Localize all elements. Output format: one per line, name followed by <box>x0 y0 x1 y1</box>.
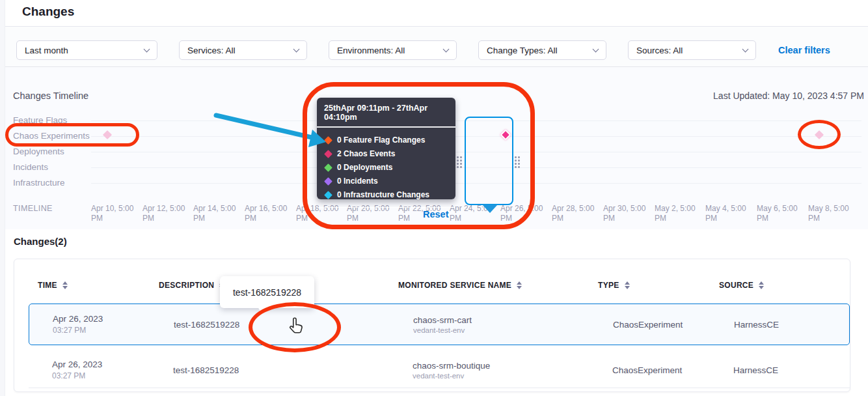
sort-icon[interactable] <box>625 281 630 290</box>
timeline-row-deployments: Deployments <box>13 147 64 156</box>
sources-value: Sources: All <box>636 46 683 55</box>
time-range-dropdown[interactable]: Last month <box>16 40 157 60</box>
axis-tick: May 2, 5:00PM <box>655 204 704 223</box>
sort-icon[interactable] <box>517 281 522 290</box>
tooltip-divider <box>317 207 455 208</box>
axis-tick: May 4, 5:00PM <box>705 204 755 223</box>
tooltip-item-deployments: 0 Deployments <box>324 161 448 175</box>
reset-link[interactable]: Reset <box>423 209 449 219</box>
chaos-event-marker[interactable] <box>815 130 824 139</box>
left-gutter <box>0 0 5 396</box>
deployment-diamond-icon <box>324 163 332 172</box>
cell-type: ChaosExperiment <box>612 365 682 375</box>
axis-tick: Apr 10, 5:00PM <box>91 204 141 223</box>
timeline-row-infrastructure: Infrastructure <box>13 178 65 188</box>
changes-count-title: Changes(2) <box>14 236 67 247</box>
selection-left-handle[interactable] <box>457 156 462 168</box>
tooltip-item-infrastructure: 0 Infrastructure Changes <box>324 188 448 202</box>
selection-right-handle[interactable] <box>515 156 520 168</box>
clear-filters-link[interactable]: Clear filters <box>778 45 830 55</box>
sources-dropdown[interactable]: Sources: All <box>628 40 756 60</box>
axis-tick: May 8, 5:00PM <box>808 204 858 223</box>
changes-timeline-section: Changes Timeline Last Updated: May 10, 2… <box>5 67 868 229</box>
timeline-row-incidents: Incidents <box>13 162 48 172</box>
axis-tick: Apr 30, 5:00PM <box>603 204 653 223</box>
chaos-event-diamond-icon <box>324 150 332 158</box>
cell-source: HarnessCE <box>734 320 779 330</box>
services-dropdown[interactable]: Services: All <box>179 40 307 60</box>
timeline-axis-label: TIMELINE <box>13 204 53 213</box>
page-title: Changes <box>22 5 74 19</box>
cell-monitored-service: chaos-srm-boutiquevedant-test-env <box>413 360 490 379</box>
changes-page: Changes Last month Services: All Environ… <box>0 0 868 396</box>
services-value: Services: All <box>187 46 236 55</box>
change-types-dropdown[interactable]: Change Types: All <box>478 40 606 60</box>
timeline-row-feature-flags: Feature Flags <box>13 115 67 125</box>
cell-time: Apr 26, 202303:27 PM <box>53 314 103 335</box>
cell-source: HarnessCE <box>733 365 778 375</box>
tooltip-time-range: 25thApr 09:11pm - 27thApr 04:10pm <box>317 98 455 126</box>
chaos-event-marker[interactable] <box>103 130 112 139</box>
column-header-description[interactable]: DESCRIPTION <box>159 281 224 290</box>
chevron-down-icon <box>593 46 599 53</box>
environments-value: Environments: All <box>337 46 405 55</box>
incident-diamond-icon <box>324 177 332 186</box>
column-header-type[interactable]: TYPE <box>598 281 630 290</box>
chevron-down-icon <box>293 46 300 53</box>
axis-tick: Apr 28, 5:00PM <box>552 204 601 223</box>
feature-flag-diamond-icon <box>324 136 332 145</box>
timeline-title: Changes Timeline <box>13 91 88 101</box>
timeline-summary-tooltip: 25thApr 09:11pm - 27thApr 04:10pm 0 Feat… <box>317 98 455 199</box>
tooltip-item-chaos-events: 2 Chaos Events <box>324 147 448 161</box>
chevron-down-icon <box>742 46 749 53</box>
column-header-source[interactable]: SOURCE <box>719 281 764 290</box>
table-row[interactable]: Apr 26, 202303:27 PM test-1682519228 cha… <box>29 352 850 388</box>
axis-tick: Apr 26, 5:00PM <box>500 204 550 223</box>
tooltip-item-feature-flags: 0 Feature Flag Changes <box>324 134 448 147</box>
tooltip-item-incidents: 0 Incidents <box>324 175 448 188</box>
infrastructure-diamond-icon <box>324 191 332 199</box>
axis-tick: Apr 16, 5:00PM <box>245 204 294 223</box>
sort-icon[interactable] <box>759 281 764 290</box>
cell-description: test-1682519228 <box>174 320 239 330</box>
table-row[interactable]: Apr 26, 202303:27 PM test-1682519228 cha… <box>29 304 850 345</box>
column-header-monitored-service[interactable]: MONITORED SERVICE NAME <box>398 281 522 290</box>
chevron-down-icon <box>443 46 450 53</box>
timeline-row-chaos-experiments: Chaos Experiments <box>13 131 90 141</box>
cell-time: Apr 26, 202303:27 PM <box>52 360 102 380</box>
cell-monitored-service: chaos-srm-cartvedant-test-env <box>413 315 472 334</box>
axis-tick: May 6, 5:00PM <box>757 204 806 223</box>
axis-tick: Apr 12, 5:00PM <box>142 204 192 223</box>
description-hover-tooltip: test-1682519228 <box>220 276 314 308</box>
column-header-time[interactable]: TIME <box>38 281 68 290</box>
chevron-down-icon <box>144 46 150 53</box>
page-header: Changes <box>5 0 868 27</box>
sort-icon[interactable] <box>62 281 68 290</box>
tooltip-caret-icon <box>258 307 269 315</box>
cell-description: test-1682519228 <box>173 365 239 375</box>
cell-type: ChaosExperiment <box>613 320 683 330</box>
environments-dropdown[interactable]: Environments: All <box>329 40 457 60</box>
change-types-value: Change Types: All <box>487 46 558 55</box>
time-range-value: Last month <box>25 46 68 55</box>
last-updated-label: Last Updated: May 10, 2023 4:57 PM <box>713 91 864 101</box>
changes-table: TIME DESCRIPTION MONITORED SERVICE NAME … <box>14 259 850 392</box>
axis-tick: Apr 14, 5:00PM <box>193 204 243 223</box>
selection-caret-icon <box>482 205 498 213</box>
filter-bar: Last month Services: All Environments: A… <box>5 27 868 67</box>
